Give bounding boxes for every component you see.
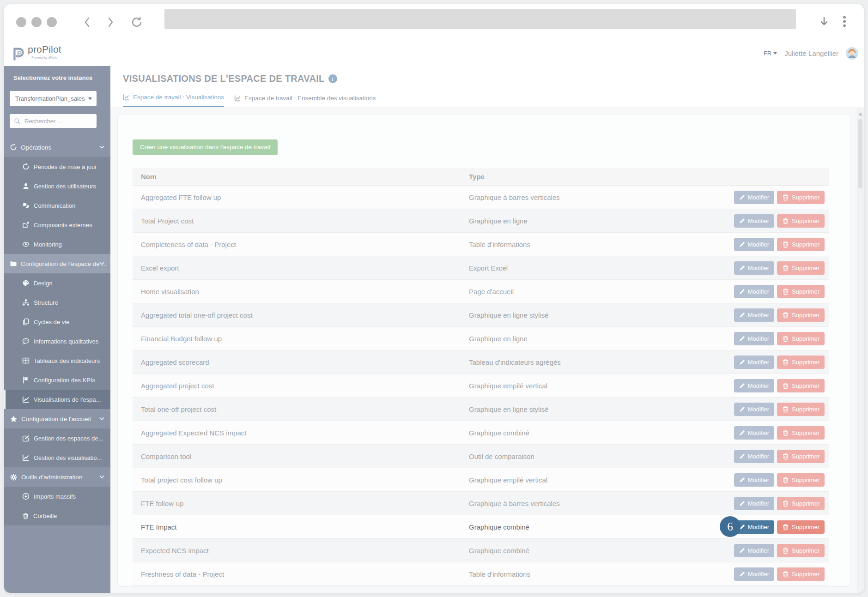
modifier-label: Modifier: [748, 194, 769, 201]
row-actions: ModifierSupprimer: [738, 214, 829, 228]
modifier-label: Modifier: [748, 406, 769, 413]
sidebar-item-informations-qualitatives[interactable]: Informations qualitatives: [4, 332, 110, 351]
sidebar-group-config-espace[interactable]: Configuration de l'espace de ...: [4, 254, 110, 273]
chevron-down-icon: [99, 475, 104, 479]
supprimer-button[interactable]: Supprimer: [777, 214, 825, 228]
traffic-light-icon[interactable]: [31, 17, 42, 27]
sidebar-item-label: Gestion des utilisateurs: [34, 183, 96, 190]
modifier-label: Modifier: [748, 500, 769, 507]
modifier-button[interactable]: Modifier: [734, 473, 774, 487]
modifier-button[interactable]: Modifier: [734, 426, 774, 440]
url-bar[interactable]: [164, 9, 796, 29]
sidebar-item-monitoring[interactable]: Monitoring: [4, 235, 110, 254]
sidebar-item-configuration-kpis[interactable]: Configuration des KPIs: [4, 370, 110, 390]
modifier-label: Modifier: [748, 547, 769, 554]
row-name: Total Project cost: [133, 217, 469, 225]
supprimer-button[interactable]: Supprimer: [777, 356, 825, 369]
supprimer-label: Supprimer: [792, 265, 819, 271]
sidebar-item-imports-massifs[interactable]: Imports massifs: [4, 487, 110, 506]
sidebar-item-gestion-espaces[interactable]: Gestion des espaces de...: [4, 428, 110, 448]
supprimer-button[interactable]: Supprimer: [777, 308, 825, 322]
supprimer-button[interactable]: Supprimer: [777, 379, 825, 392]
sidebar-item-corbeille[interactable]: Corbeille: [4, 506, 110, 525]
instance-value: TransformationPlan_sales: [15, 95, 88, 102]
modifier-button[interactable]: Modifier: [734, 191, 774, 204]
table-row: Expected NCS impactGraphique combinéModi…: [133, 539, 829, 562]
supprimer-button[interactable]: Supprimer: [777, 497, 825, 510]
sidebar-item-periodes-mise-a-jour[interactable]: Périodes de mise à jour: [4, 157, 110, 176]
supprimer-button[interactable]: Supprimer: [777, 285, 825, 298]
modifier-button[interactable]: Modifier: [734, 356, 774, 369]
trash-icon: [782, 194, 789, 201]
row-actions: ModifierSupprimer: [738, 497, 829, 510]
avatar[interactable]: [846, 47, 858, 60]
language-dropdown[interactable]: FR: [764, 50, 777, 57]
modifier-button[interactable]: Modifier: [734, 214, 774, 228]
brand-logo[interactable]: proPilot — Powered by dFakto: [11, 44, 61, 61]
table-row: Comparison toolOutil de comparaisonModif…: [133, 445, 829, 468]
modifier-button[interactable]: Modifier: [734, 544, 774, 557]
supprimer-button[interactable]: Supprimer: [777, 520, 825, 534]
supprimer-button[interactable]: Supprimer: [777, 332, 825, 345]
info-icon[interactable]: [328, 74, 337, 83]
scroll-up-icon[interactable]: [859, 113, 862, 115]
modifier-button[interactable]: Modifier: [734, 450, 774, 463]
sidebar-item-cycles-de-vie[interactable]: Cycles de vie: [4, 312, 110, 332]
modifier-button[interactable]: Modifier: [734, 261, 774, 275]
modifier-button[interactable]: Modifier: [734, 379, 774, 392]
sitemap-icon: [22, 299, 30, 306]
pencil-icon: [739, 241, 745, 247]
supprimer-button[interactable]: Supprimer: [777, 426, 825, 440]
supprimer-button[interactable]: Supprimer: [777, 544, 825, 557]
modifier-button[interactable]: Modifier: [734, 285, 774, 298]
refresh-icon: [22, 163, 30, 170]
scrollbar[interactable]: [857, 108, 864, 593]
sidebar-item-communication[interactable]: Communication: [4, 196, 110, 215]
menu-kebab-icon[interactable]: [842, 14, 847, 30]
sidebar-group-outils-administration[interactable]: Outils d'administration: [4, 467, 110, 487]
modifier-button[interactable]: Modifier: [734, 567, 774, 581]
sidebar-item-visualisations-espace[interactable]: Visualisations de l'espa...: [4, 390, 110, 409]
sidebar-search[interactable]: [10, 114, 97, 128]
sidebar-item-gestion-visualisations[interactable]: Gestion des visualisatio...: [4, 448, 110, 467]
create-visualisation-button[interactable]: Créer une visualisation dans l'espace de…: [133, 139, 278, 155]
modifier-button[interactable]: Modifier: [734, 497, 774, 510]
traffic-light-icon[interactable]: [47, 17, 57, 27]
sidebar-item-structure[interactable]: Structure: [4, 293, 110, 312]
sidebar-group-operations[interactable]: Opérations: [4, 138, 110, 157]
supprimer-button[interactable]: Supprimer: [777, 473, 825, 487]
instance-select[interactable]: TransformationPlan_sales: [10, 91, 97, 106]
supprimer-button[interactable]: Supprimer: [777, 403, 825, 416]
supprimer-button[interactable]: Supprimer: [777, 191, 825, 204]
traffic-light-icon[interactable]: [16, 17, 26, 27]
row-type: Graphique combiné: [469, 523, 738, 531]
row-name: Freshness of data - Project: [133, 570, 469, 578]
sidebar-item-tableaux-indicateurs[interactable]: Tableaux des indicateurs: [4, 351, 110, 370]
sidebar-item-composants-externes[interactable]: Composants externes: [4, 215, 110, 235]
modifier-button[interactable]: Modifier: [734, 403, 774, 416]
sidebar-item-label: Monitoring: [34, 241, 62, 248]
search-input[interactable]: [24, 117, 93, 125]
modifier-button[interactable]: Modifier: [734, 332, 774, 345]
forward-icon[interactable]: [107, 17, 114, 29]
refresh-icon[interactable]: [131, 16, 143, 30]
sidebar-item-gestion-utilisateurs[interactable]: Gestion des utilisateurs: [4, 176, 110, 196]
modifier-button[interactable]: Modifier: [734, 308, 774, 322]
tab-ensemble-visualisations[interactable]: Espace de travail : Ensemble des visuali…: [234, 94, 376, 107]
supprimer-button[interactable]: Supprimer: [777, 261, 825, 275]
supprimer-button[interactable]: Supprimer: [777, 238, 825, 251]
sidebar-group-config-accueil[interactable]: Configuration de l'accueil: [4, 409, 110, 428]
supprimer-button[interactable]: Supprimer: [777, 567, 825, 581]
supprimer-label: Supprimer: [792, 476, 819, 483]
modifier-button[interactable]: Modifier: [734, 238, 774, 251]
sidebar-item-design[interactable]: Design: [4, 273, 110, 293]
row-type: Graphique combiné: [469, 547, 738, 555]
supprimer-button[interactable]: Supprimer: [777, 450, 825, 463]
download-icon[interactable]: [819, 16, 829, 30]
row-actions: ModifierSupprimer: [738, 473, 829, 487]
visualisations-table: Nom Type Aggregated FTE follow upGraphiq…: [133, 168, 829, 586]
back-icon[interactable]: [84, 17, 91, 29]
trash-icon: [782, 571, 789, 578]
scrollbar-thumb[interactable]: [858, 119, 862, 188]
tab-espace-visualisations[interactable]: Espace de travail : Visualisations: [123, 94, 224, 107]
